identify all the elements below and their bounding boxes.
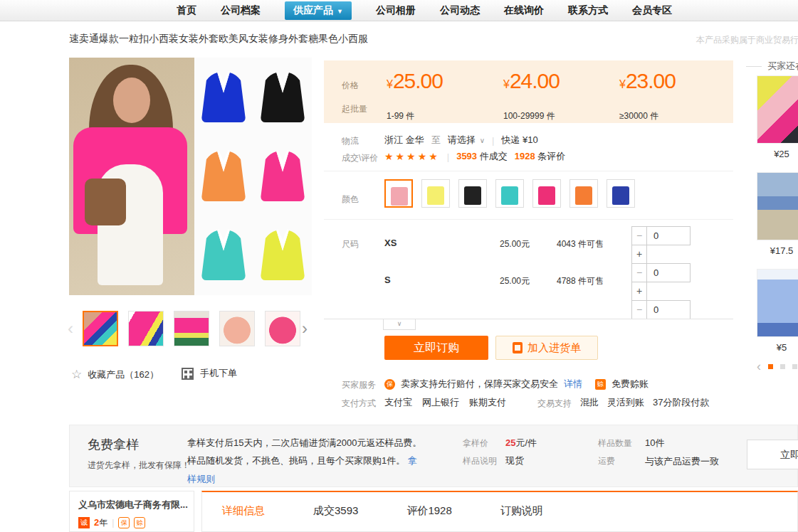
product-main-image[interactable] — [69, 58, 312, 295]
nav-item-company-profile[interactable]: 公司档案 — [221, 4, 261, 17]
integrity-badge-icon: 诚 — [78, 517, 90, 528]
sidebar-product-price: ¥5 — [757, 342, 798, 353]
size-row-partial: 0 — [324, 296, 733, 319]
get-sample-button[interactable]: 立即拿样 — [747, 440, 798, 469]
price-tier: ¥24.00 100-29999 件 — [503, 69, 621, 93]
tier-price: 23.00 — [626, 69, 676, 92]
payment-method-alipay[interactable]: 支付宝 — [384, 396, 412, 409]
favorite-product-button[interactable]: 收藏产品（162） — [71, 367, 159, 382]
star-outline-icon — [71, 367, 82, 382]
color-swatch-rose[interactable] — [532, 179, 561, 208]
pager-dot[interactable] — [780, 364, 785, 369]
payment-method-credit-term[interactable]: 账期支付 — [469, 396, 506, 409]
minus-button[interactable] — [631, 226, 647, 245]
sample-price-num: 25 — [505, 437, 515, 448]
credit-badge-icon: 赊 — [134, 517, 145, 528]
nav-item-home[interactable]: 首页 — [177, 4, 196, 17]
pager-dot[interactable] — [792, 364, 797, 369]
sold-count-link[interactable]: 3593 件成交 — [456, 150, 508, 163]
nav-item-company-news[interactable]: 公司动态 — [440, 4, 480, 17]
color-swatch-black[interactable] — [458, 179, 487, 208]
color-swatch-pink[interactable] — [384, 179, 413, 208]
product-thumbnail[interactable] — [83, 311, 118, 346]
company-card[interactable]: 义乌市宏德电子商务有限... 诚 2年 | 保 赊 — [69, 491, 194, 532]
trade-option-flexible[interactable]: 灵活到账 — [607, 396, 644, 409]
color-swatch-yellow[interactable] — [421, 179, 450, 208]
tab-transactions[interactable]: 成交3593 — [313, 504, 358, 518]
color-swatch-teal[interactable] — [495, 179, 524, 208]
order-now-button[interactable]: 立即订购 — [384, 336, 488, 360]
currency-symbol: ¥ — [503, 78, 510, 90]
add-to-cart-button[interactable]: 加入进货单 — [495, 336, 598, 360]
star-rating-icon — [384, 151, 440, 162]
guarantee-badge-icon: 保 — [118, 517, 130, 528]
price-label: 价格 — [342, 80, 359, 92]
mobile-order-button[interactable]: 手机下单 — [182, 367, 237, 380]
sold-count: 3593 — [456, 151, 477, 161]
gallery-prev-icon[interactable] — [68, 319, 73, 339]
price-box: 价格 起批量 ¥25.00 1-99 件 ¥24.00 100-29999 件 … — [324, 60, 733, 123]
detail-link[interactable]: 详情 — [564, 378, 582, 390]
color-swatch-blue[interactable] — [607, 179, 635, 208]
sidebar-prev-icon[interactable] — [757, 359, 761, 374]
nav-item-inquiry[interactable]: 在线询价 — [504, 4, 544, 17]
expand-sizes-button[interactable] — [383, 319, 416, 330]
detail-tabs-bar: 详细信息 成交3593 评价1928 订购说明 — [201, 491, 798, 532]
sidebar-pagination — [757, 359, 797, 374]
blazer-orange — [194, 137, 253, 216]
trade-notice: 本产品采购属于商业贸易行为 — [696, 34, 798, 46]
price-tier: ¥25.00 1-99 件 — [387, 69, 504, 93]
credit-badge-icon: 赊 — [595, 379, 606, 390]
color-swatch-orange[interactable] — [569, 179, 598, 208]
minus-button[interactable] — [631, 300, 647, 319]
sidebar-product-price: ¥17.5 — [757, 245, 798, 256]
tab-reviews[interactable]: 评价1928 — [406, 504, 451, 518]
tier-qty: 1-99 件 — [387, 110, 414, 122]
divider: | — [112, 518, 114, 528]
quantity-input[interactable]: 0 — [646, 300, 691, 319]
nav-item-members[interactable]: 会员专区 — [632, 4, 672, 17]
product-thumbnail[interactable] — [174, 311, 209, 346]
destination-select[interactable]: 请选择 — [448, 134, 485, 147]
product-thumbnail[interactable] — [265, 311, 300, 346]
payment-label: 支付方式 — [342, 398, 376, 410]
size-row-xs: XS 25.00元 4043 件可售 0 — [324, 222, 733, 259]
quantity-input[interactable]: 0 — [646, 226, 691, 245]
decorative-line — [746, 66, 762, 67]
origin-region: 浙江 金华 — [384, 134, 424, 147]
sidebar-product-price: ¥25 — [757, 149, 798, 159]
sample-note-label: 样品说明 — [463, 455, 497, 467]
deals-label: 成交\评价 — [342, 152, 378, 164]
sidebar-product-card[interactable]: ¥25 — [757, 75, 798, 159]
nav-item-company-album[interactable]: 公司相册 — [376, 4, 416, 17]
clipboard-icon — [513, 342, 523, 353]
sidebar-product-image — [757, 269, 798, 337]
trade-option-mixed[interactable]: 混批 — [580, 396, 599, 409]
pager-dot[interactable] — [768, 364, 773, 369]
services-label: 买家服务 — [342, 379, 376, 391]
sidebar-product-card[interactable]: ¥17.5 — [757, 172, 798, 256]
payment-method-ebank[interactable]: 网上银行 — [422, 396, 459, 409]
blazer-blue — [194, 58, 253, 137]
size-stock: 4788 件可售 — [557, 275, 604, 287]
trade-option-installment[interactable]: 37分阶段付款 — [653, 396, 709, 409]
product-thumbnail[interactable] — [219, 311, 255, 346]
nav-item-products[interactable]: 供应产品 — [285, 1, 352, 20]
review-count-link[interactable]: 1928 条评价 — [515, 150, 566, 163]
sample-title: 免费拿样 — [88, 436, 139, 453]
credit-text: 免费赊账 — [611, 378, 649, 390]
product-thumbnail[interactable] — [128, 311, 164, 346]
gallery-next-icon[interactable] — [302, 319, 308, 339]
sidebar-product-card[interactable]: ¥5 — [757, 269, 798, 353]
nav-item-contact[interactable]: 联系方式 — [568, 4, 608, 17]
tab-order-guide[interactable]: 订购说明 — [500, 504, 543, 518]
blazer-pink — [253, 137, 313, 216]
sample-price-suffix: 元/件 — [515, 437, 537, 448]
sample-qty-value: 10件 — [645, 437, 664, 449]
mobile-order-label: 手机下单 — [200, 367, 237, 380]
tab-detail-info[interactable]: 详细信息 — [222, 504, 265, 518]
minus-button[interactable] — [631, 263, 647, 282]
quantity-input[interactable]: 0 — [646, 263, 691, 282]
tier-price: 24.00 — [510, 69, 560, 92]
size-name: S — [384, 275, 391, 285]
